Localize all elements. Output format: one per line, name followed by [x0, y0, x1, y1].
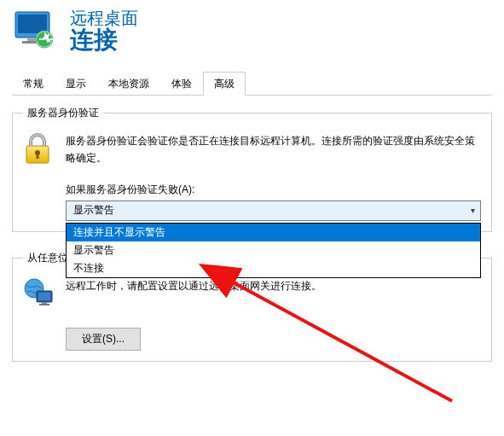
window-header: 远程桌面 连接 — [0, 0, 504, 71]
tab-general[interactable]: 常规 — [12, 72, 55, 96]
server-auth-legend: 服务器身份验证 — [23, 106, 103, 120]
lock-icon — [23, 132, 57, 169]
chevron-down-icon: ▾ — [471, 206, 475, 215]
auth-fail-dropdown[interactable]: 连接并且不显示警告 显示警告 不连接 — [66, 223, 481, 278]
connect-anywhere-description: 远程工作时，请配置设置以通过远程桌面网关进行连接。 — [66, 277, 481, 294]
advanced-panel: 服务器身份验证 服务器身份验证会验证你是否正在连 — [12, 106, 492, 362]
svg-rect-1 — [18, 15, 47, 33]
header-text-block: 远程桌面 连接 — [70, 9, 138, 54]
auth-fail-selected-value: 显示警告 — [73, 203, 114, 218]
tab-advanced[interactable]: 高级 — [203, 72, 246, 96]
auth-fail-select[interactable]: 显示警告 ▾ — [66, 201, 481, 221]
server-auth-description: 服务器身份验证会验证你是否正在连接目标远程计算机。连接所需的验证强度由系统安全策… — [66, 132, 481, 169]
app-title: 远程桌面 — [70, 9, 138, 27]
tab-experience[interactable]: 体验 — [160, 72, 203, 96]
tab-local-resources[interactable]: 本地资源 — [97, 72, 160, 96]
gateway-settings-button[interactable]: 设置(S)... — [66, 328, 141, 351]
server-auth-group: 服务器身份验证 服务器身份验证会验证你是否正在连 — [12, 106, 492, 232]
auth-option-do-not-connect[interactable]: 不连接 — [67, 259, 480, 277]
auth-option-connect-no-warn[interactable]: 连接并且不显示警告 — [67, 224, 480, 241]
app-subtitle: 连接 — [70, 27, 138, 54]
globe-monitor-icon — [23, 277, 57, 312]
auth-fail-label: 如果服务器身份验证失败(A): — [23, 183, 481, 197]
tab-bar: 常规 显示 本地资源 体验 高级 — [12, 71, 492, 96]
svg-rect-8 — [37, 154, 39, 159]
auth-option-show-warning[interactable]: 显示警告 — [67, 241, 480, 259]
svg-rect-11 — [38, 293, 50, 300]
svg-rect-12 — [42, 302, 47, 304]
tab-display[interactable]: 显示 — [55, 72, 97, 96]
app-icon — [12, 10, 60, 51]
svg-rect-13 — [39, 304, 49, 305]
